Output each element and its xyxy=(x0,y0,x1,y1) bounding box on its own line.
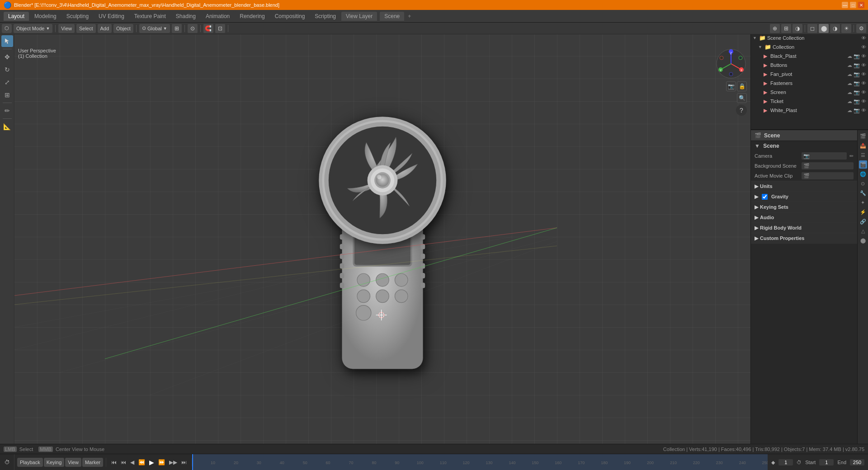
render-props-btn[interactable]: ⚙ xyxy=(856,24,866,33)
bp-render-icon[interactable]: 📷 xyxy=(854,53,860,59)
scr-view-icon[interactable]: ☁ xyxy=(847,89,852,95)
tkt-view-icon[interactable]: ☁ xyxy=(847,99,852,104)
prev-keyframe-btn[interactable]: ⏮ xyxy=(119,459,127,466)
audio-header[interactable]: ▶ Audio xyxy=(751,212,857,222)
ol-fasteners[interactable]: ▶ Fasteners ☁ 📷 👁 xyxy=(751,79,868,88)
camera-value[interactable]: 📷 xyxy=(802,152,847,160)
data-props-icon[interactable]: △ xyxy=(859,227,867,235)
gizmo-btn[interactable]: ⊞ xyxy=(781,24,791,33)
render-props-icon[interactable]: 🎬 xyxy=(859,132,867,140)
ol-buttons[interactable]: ▶ Buttons ☁ 📷 👁 xyxy=(751,61,868,70)
tab-scene[interactable]: Scene xyxy=(380,12,404,21)
fast-view-icon[interactable]: ☁ xyxy=(847,80,852,86)
pivot-point-btn[interactable]: ⊞ xyxy=(172,24,182,33)
playback-menu-btn[interactable]: Playback xyxy=(17,458,43,467)
transform-tool-btn[interactable]: ⊞ xyxy=(1,89,13,101)
tab-modeling[interactable]: Modeling xyxy=(30,12,61,21)
proportional-edit-btn[interactable]: ⊙ xyxy=(188,24,198,33)
fp-eye[interactable]: 👁 xyxy=(861,71,866,77)
tkt-render-icon[interactable]: 📷 xyxy=(854,99,860,104)
keying-sets-header[interactable]: ▶ Keying Sets xyxy=(751,202,857,212)
annotate-tool-btn[interactable]: ✏ xyxy=(1,105,13,117)
add-menu-btn[interactable]: Add xyxy=(98,24,112,33)
physics-props-icon[interactable]: ⚡ xyxy=(859,208,867,216)
btn-render-icon[interactable]: 📷 xyxy=(854,62,860,68)
bp-view-icon[interactable]: ☁ xyxy=(847,53,852,59)
material-props-icon[interactable]: ⬤ xyxy=(859,236,867,244)
scr-eye[interactable]: 👁 xyxy=(861,89,866,95)
current-frame-input[interactable] xyxy=(778,459,793,465)
wp-eye[interactable]: 👁 xyxy=(861,108,866,113)
btn-view-icon[interactable]: ☁ xyxy=(847,62,852,68)
start-frame-input[interactable] xyxy=(819,459,834,465)
tab-shading[interactable]: Shading xyxy=(171,12,200,21)
custom-props-header[interactable]: ▶ Custom Properties xyxy=(751,233,857,243)
bp-eye[interactable]: 👁 xyxy=(861,53,866,59)
tab-compositing[interactable]: Compositing xyxy=(270,12,310,21)
gravity-checkbox[interactable] xyxy=(762,194,768,200)
jump-start-btn[interactable]: ⏮ xyxy=(110,459,118,466)
measure-tool-btn[interactable]: 📐 xyxy=(1,121,13,132)
object-mode-btn[interactable]: Object Mode ▼ xyxy=(14,24,52,33)
output-props-icon[interactable]: 📤 xyxy=(859,141,867,150)
select-tool-btn[interactable] xyxy=(1,35,13,47)
ol-fan-pivot[interactable]: ▶ Fan_pivot ☁ 📷 👁 xyxy=(751,70,868,79)
view-menu-timeline-btn[interactable]: View xyxy=(65,458,81,467)
transform-global-btn[interactable]: ⊙ Global ▼ xyxy=(139,24,170,33)
ol-collection[interactable]: ▼ 📁 Collection 👁 xyxy=(751,42,868,52)
view-menu-btn[interactable]: View xyxy=(58,24,75,33)
object-menu-btn[interactable]: Object xyxy=(113,24,133,33)
minimize-btn[interactable]: — xyxy=(842,2,848,8)
shading-solid-btn[interactable]: ⬤ xyxy=(819,24,829,33)
particles-props-icon[interactable]: ✦ xyxy=(859,198,867,207)
end-frame-input[interactable] xyxy=(850,459,864,465)
btn-eye[interactable]: 👁 xyxy=(861,62,866,68)
fast-render-icon[interactable]: 📷 xyxy=(854,80,860,86)
tab-view-layer[interactable]: View Layer xyxy=(341,12,377,21)
rotate-tool-btn[interactable]: ↻ xyxy=(1,64,13,75)
tab-rendering[interactable]: Rendering xyxy=(235,12,269,21)
constraints-props-icon[interactable]: 🔗 xyxy=(859,217,867,226)
move-tool-btn[interactable]: ✥ xyxy=(1,51,13,63)
select-menu-btn[interactable]: Select xyxy=(76,24,96,33)
tkt-eye[interactable]: 👁 xyxy=(861,99,866,104)
tab-uv-editing[interactable]: UV Editing xyxy=(94,12,129,21)
fp-view-icon[interactable]: ☁ xyxy=(847,71,852,77)
tab-sculpting[interactable]: Sculpting xyxy=(62,12,93,21)
xray-btn[interactable]: ◑ xyxy=(793,24,802,33)
close-btn[interactable]: ✕ xyxy=(858,2,864,8)
view-layer-props-icon[interactable]: ☰ xyxy=(859,151,867,159)
gravity-header[interactable]: ▶ Gravity xyxy=(751,192,857,202)
fast-eye[interactable]: 👁 xyxy=(861,80,866,86)
snap-btn[interactable]: 🧲 xyxy=(203,24,213,33)
snap-target-btn[interactable]: ⊡ xyxy=(215,24,225,33)
bg-scene-value[interactable]: 🎬 xyxy=(802,162,854,169)
tab-scripting[interactable]: Scripting xyxy=(310,12,340,21)
play-reverse-btn[interactable]: ⏪ xyxy=(137,459,146,466)
ol-ticket[interactable]: ▶ Ticket ☁ 📷 👁 xyxy=(751,97,868,106)
timeline-scrubber[interactable]: 1 10 20 30 40 50 60 70 80 90 100 110 120… xyxy=(192,454,768,470)
editor-type-btn[interactable]: ⬡ xyxy=(2,24,12,33)
modifier-props-icon[interactable]: 🔧 xyxy=(859,189,867,197)
rigid-body-header[interactable]: ▶ Rigid Body World xyxy=(751,223,857,233)
step-back-btn[interactable]: ◀ xyxy=(129,459,136,466)
tab-texture-paint[interactable]: Texture Paint xyxy=(130,12,170,21)
scene-props-icon[interactable]: 🎬 xyxy=(859,160,867,169)
shading-lookdev-btn[interactable]: ◑ xyxy=(830,24,840,33)
step-forward-btn[interactable]: ▶▶ xyxy=(168,459,179,466)
scr-render-icon[interactable]: 📷 xyxy=(854,89,860,95)
maximize-btn[interactable]: □ xyxy=(850,2,856,8)
object-props-icon[interactable]: ⊙ xyxy=(859,179,867,188)
tab-animation[interactable]: Animation xyxy=(201,12,234,21)
play-forward-btn[interactable]: ⏩ xyxy=(157,459,166,466)
tab-layout[interactable]: Layout xyxy=(4,12,29,21)
timeline-type-btn[interactable]: ⏱ xyxy=(0,454,14,470)
wp-render-icon[interactable]: 📷 xyxy=(854,108,860,113)
window-controls[interactable]: — □ ✕ xyxy=(842,2,864,8)
units-header[interactable]: ▶ Units xyxy=(751,181,857,191)
viewport[interactable]: User Perspective (1) Collection xyxy=(14,33,750,458)
ol-screen[interactable]: ▶ Screen ☁ 📷 👁 xyxy=(751,88,868,97)
ol-scene-collection[interactable]: ▼ 📁 Scene Collection 👁 xyxy=(751,33,868,42)
coll-eye[interactable]: 👁 xyxy=(861,44,866,50)
world-props-icon[interactable]: 🌐 xyxy=(859,170,867,178)
